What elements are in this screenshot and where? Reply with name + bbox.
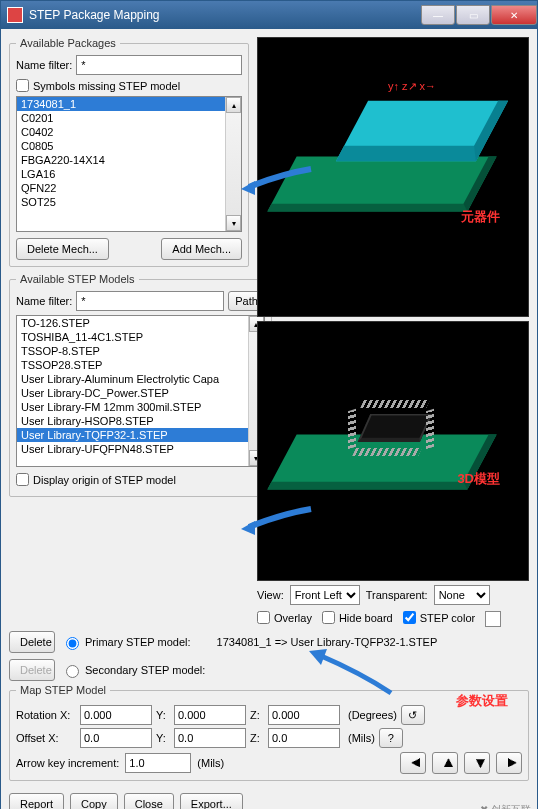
list-item[interactable]: User Library-Aluminum Electrolytic Capa	[17, 372, 264, 386]
arrow-left-button[interactable]: ⯇	[400, 752, 426, 774]
list-item[interactable]: User Library-UFQFPN48.STEP	[17, 442, 264, 456]
view-select[interactable]: Front Left	[290, 585, 360, 605]
pkg-name-filter-label: Name filter:	[16, 59, 72, 71]
offset-y-label: Y:	[156, 732, 170, 744]
delete-primary-button[interactable]: Delete	[9, 631, 55, 653]
list-item[interactable]: C0805	[17, 139, 241, 153]
offset-z-label: Z:	[250, 732, 264, 744]
primary-label: Primary STEP model:	[85, 636, 191, 648]
models-listbox[interactable]: TO-126.STEPTOSHIBA_11-4C1.STEPTSSOP-8.ST…	[16, 315, 265, 467]
window-frame: STEP Package Mapping — ▭ ✕ Available Pac…	[0, 0, 538, 809]
list-item[interactable]: User Library-DC_Power.STEP	[17, 386, 264, 400]
degrees-label: (Degrees)	[348, 709, 397, 721]
scroll-up-icon[interactable]: ▴	[226, 97, 241, 113]
arrow-down-button[interactable]: ⯆	[464, 752, 490, 774]
model-name-filter-input[interactable]	[76, 291, 224, 311]
rotation-z-input[interactable]	[268, 705, 340, 725]
app-icon	[7, 7, 23, 23]
minimize-button[interactable]: —	[421, 5, 455, 25]
symbols-missing-checkbox[interactable]	[16, 79, 29, 92]
add-mech-button[interactable]: Add Mech...	[161, 238, 242, 260]
list-item[interactable]: FBGA220-14X14	[17, 153, 241, 167]
window-title: STEP Package Mapping	[29, 8, 420, 22]
available-packages-group: Available Packages Name filter: Symbols …	[9, 37, 249, 267]
arrow-inc-input[interactable]	[125, 753, 191, 773]
maximize-button[interactable]: ▭	[456, 5, 490, 25]
overlay-label: Overlay	[274, 612, 312, 624]
transparent-select[interactable]: None	[434, 585, 490, 605]
close-dialog-button[interactable]: Close	[124, 793, 174, 809]
titlebar[interactable]: STEP Package Mapping — ▭ ✕	[1, 1, 537, 29]
rotation-x-label: Rotation X:	[16, 709, 76, 721]
rotate-ccw-button[interactable]: ↺	[401, 705, 425, 725]
export-button[interactable]: Export...	[180, 793, 243, 809]
annotation-3dmodel: 3D模型	[457, 470, 500, 488]
axes-icon: y↑ z↗ x→	[388, 80, 436, 93]
rotation-x-input[interactable]	[80, 705, 152, 725]
list-item[interactable]: LGA16	[17, 167, 241, 181]
primary-mapping-value: 1734081_1 => User Library-TQFP32-1.STEP	[217, 636, 438, 648]
annotation-component: 元器件	[461, 208, 500, 226]
pkg-name-filter-input[interactable]	[76, 55, 242, 75]
available-packages-legend: Available Packages	[16, 37, 120, 49]
model-name-filter-label: Name filter:	[16, 295, 72, 307]
transparent-label: Transparent:	[366, 589, 428, 601]
display-origin-label: Display origin of STEP model	[33, 474, 176, 486]
primary-radio[interactable]	[66, 637, 79, 650]
map-step-model-group: Map STEP Model 参数设置 Rotation X: Y: Z: (D…	[9, 684, 529, 781]
scrollbar[interactable]: ▴ ▾	[225, 97, 241, 231]
list-item[interactable]: TO-126.STEP	[17, 316, 264, 330]
symbols-missing-label: Symbols missing STEP model	[33, 80, 180, 92]
list-item[interactable]: TSSOP28.STEP	[17, 358, 264, 372]
copy-button[interactable]: Copy	[70, 793, 118, 809]
available-models-legend: Available STEP Models	[16, 273, 139, 285]
report-button[interactable]: Report	[9, 793, 64, 809]
hide-board-label: Hide board	[339, 612, 393, 624]
step-color-label: STEP color	[420, 612, 475, 624]
arrow-right-button[interactable]: ⯈	[496, 752, 522, 774]
list-item[interactable]: TOSHIBA_11-4C1.STEP	[17, 330, 264, 344]
arrow-inc-label: Arrow key increment:	[16, 757, 119, 769]
list-item[interactable]: QFN22	[17, 181, 241, 195]
list-item[interactable]: 1734081_1	[17, 97, 241, 111]
rotation-y-label: Y:	[156, 709, 170, 721]
arrow-inc-unit: (Mils)	[197, 757, 224, 769]
watermark: ✖ 创新互联	[480, 803, 531, 809]
secondary-radio[interactable]	[66, 665, 79, 678]
view-label: View:	[257, 589, 284, 601]
list-item[interactable]: TSSOP-8.STEP	[17, 344, 264, 358]
list-item[interactable]: C0402	[17, 125, 241, 139]
close-button[interactable]: ✕	[491, 5, 537, 25]
mils-label: (Mils)	[348, 732, 375, 744]
offset-y-input[interactable]	[174, 728, 246, 748]
delete-secondary-button[interactable]: Delete	[9, 659, 55, 681]
arrow-up-button[interactable]: ⯅	[432, 752, 458, 774]
offset-x-input[interactable]	[80, 728, 152, 748]
list-item[interactable]: User Library-HSOP8.STEP	[17, 414, 264, 428]
list-item[interactable]: C0201	[17, 111, 241, 125]
help-button[interactable]: ?	[379, 728, 403, 748]
hide-board-checkbox[interactable]	[322, 611, 335, 624]
delete-mech-button[interactable]: Delete Mech...	[16, 238, 109, 260]
secondary-label: Secondary STEP model:	[85, 664, 205, 676]
scroll-down-icon[interactable]: ▾	[226, 215, 241, 231]
available-models-group: Available STEP Models Name filter: Path …	[9, 273, 272, 497]
display-origin-checkbox[interactable]	[16, 473, 29, 486]
offset-x-label: Offset X:	[16, 732, 76, 744]
preview-3d-package[interactable]: y↑ z↗ x→ 元器件	[257, 37, 529, 317]
overlay-checkbox[interactable]	[257, 611, 270, 624]
preview-3d-model[interactable]: 3D模型	[257, 321, 529, 581]
annotation-params: 参数设置	[456, 692, 508, 710]
rotation-z-label: Z:	[250, 709, 264, 721]
list-item[interactable]: User Library-FM 12mm 300mil.STEP	[17, 400, 264, 414]
step-color-checkbox[interactable]	[403, 611, 416, 624]
rotation-y-input[interactable]	[174, 705, 246, 725]
offset-z-input[interactable]	[268, 728, 340, 748]
step-color-swatch[interactable]	[485, 611, 501, 627]
list-item[interactable]: User Library-TQFP32-1.STEP	[17, 428, 264, 442]
map-legend: Map STEP Model	[16, 684, 110, 696]
packages-listbox[interactable]: 1734081_1C0201C0402C0805FBGA220-14X14LGA…	[16, 96, 242, 232]
list-item[interactable]: SOT25	[17, 195, 241, 209]
